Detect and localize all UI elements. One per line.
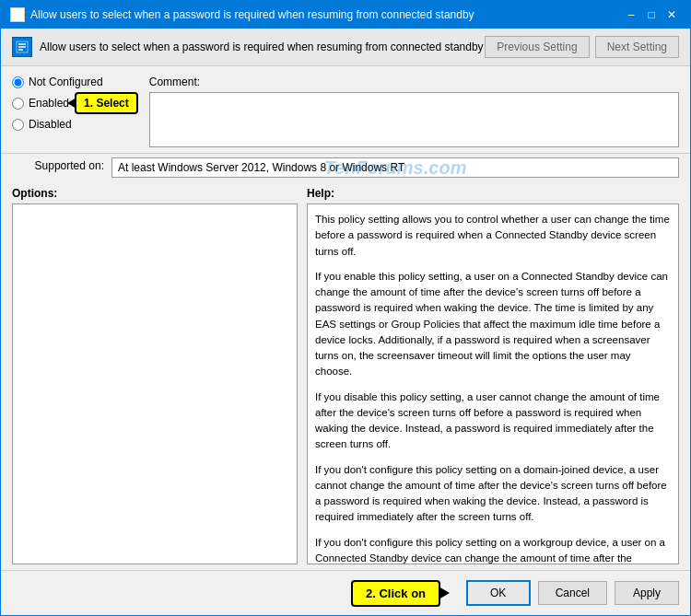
previous-setting-button[interactable]: Previous Setting bbox=[485, 36, 589, 58]
not-configured-radio[interactable] bbox=[12, 76, 24, 88]
help-para-3: If you disable this policy setting, a us… bbox=[315, 389, 671, 453]
radio-section: Not Configured Enabled 1. Select Disable… bbox=[12, 76, 138, 147]
header-title-area: Allow users to select when a password is… bbox=[12, 37, 485, 57]
content-area: Not Configured Enabled 1. Select Disable… bbox=[1, 66, 690, 570]
enabled-radio-item[interactable]: Enabled bbox=[12, 97, 69, 110]
minimize-button[interactable]: – bbox=[622, 6, 640, 23]
options-section: Options: bbox=[12, 187, 298, 564]
enabled-label: Enabled bbox=[29, 97, 69, 110]
disabled-label: Disabled bbox=[29, 118, 72, 131]
help-label: Help: bbox=[307, 187, 679, 200]
click-badge: 2. Click on bbox=[351, 580, 440, 607]
header-bar: Allow users to select when a password is… bbox=[1, 29, 690, 66]
help-para-4: If you don't configure this policy setti… bbox=[315, 462, 671, 526]
help-box[interactable]: This policy setting allows you to contro… bbox=[307, 203, 679, 564]
cancel-button[interactable]: Cancel bbox=[538, 581, 607, 605]
bottom-bar: 2. Click on OK Cancel Apply bbox=[1, 570, 690, 615]
header-buttons: Previous Setting Next Setting bbox=[485, 36, 679, 58]
close-button[interactable]: ✕ bbox=[662, 6, 681, 23]
comment-textarea[interactable] bbox=[149, 92, 679, 147]
top-section: Not Configured Enabled 1. Select Disable… bbox=[1, 66, 690, 153]
title-bar-text: Allow users to select when a password is… bbox=[30, 8, 474, 21]
main-window: Allow users to select when a password is… bbox=[0, 0, 691, 616]
disabled-radio[interactable] bbox=[12, 119, 24, 131]
svg-rect-0 bbox=[13, 10, 22, 19]
not-configured-label: Not Configured bbox=[29, 76, 103, 88]
title-bar: Allow users to select when a password is… bbox=[1, 1, 690, 29]
enabled-radio[interactable] bbox=[12, 98, 24, 110]
next-setting-button[interactable]: Next Setting bbox=[595, 36, 679, 58]
supported-value: At least Windows Server 2012, Windows 8 … bbox=[118, 161, 404, 174]
supported-on-label: Supported on: bbox=[12, 157, 104, 172]
header-title-text: Allow users to select when a password is… bbox=[40, 41, 485, 53]
title-bar-controls: – □ ✕ bbox=[622, 6, 681, 23]
main-content-area: Options: Help: This policy setting allow… bbox=[1, 181, 690, 570]
not-configured-radio-item[interactable]: Not Configured bbox=[12, 76, 138, 88]
supported-section: Supported on: At least Windows Server 20… bbox=[1, 153, 690, 181]
options-label: Options: bbox=[12, 187, 298, 200]
maximize-button[interactable]: □ bbox=[642, 6, 661, 23]
help-para-2: If you enable this policy setting, a use… bbox=[315, 269, 671, 380]
title-bar-left: Allow users to select when a password is… bbox=[10, 7, 474, 22]
comment-label: Comment: bbox=[149, 76, 679, 88]
supported-value-box: At least Windows Server 2012, Windows 8 … bbox=[111, 157, 679, 178]
disabled-radio-item[interactable]: Disabled bbox=[12, 118, 138, 131]
options-box bbox=[12, 203, 298, 564]
policy-icon bbox=[12, 37, 32, 57]
ok-button[interactable]: OK bbox=[466, 580, 531, 606]
help-para-1: This policy setting allows you to contro… bbox=[315, 212, 671, 260]
comment-section: Comment: bbox=[149, 76, 679, 147]
help-para-5: If you don't configure this policy setti… bbox=[315, 535, 671, 565]
select-badge: 1. Select bbox=[75, 92, 138, 114]
apply-button[interactable]: Apply bbox=[615, 581, 679, 605]
window-icon bbox=[10, 7, 25, 22]
help-section: Help: This policy setting allows you to … bbox=[307, 187, 679, 564]
